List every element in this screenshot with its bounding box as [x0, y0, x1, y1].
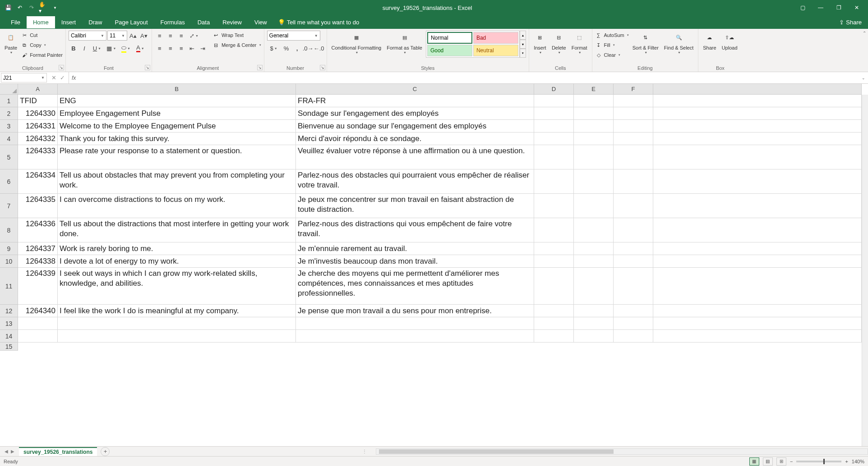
column-header[interactable]: B: [58, 84, 296, 95]
decrease-indent-icon[interactable]: ⇤: [187, 43, 197, 53]
tab-home[interactable]: Home: [27, 16, 55, 28]
clipboard-launcher-icon[interactable]: ↘: [59, 65, 64, 70]
fill-color-button[interactable]: ⬭▼: [119, 43, 133, 53]
paste-button[interactable]: 📋 Paste ▼: [3, 31, 19, 56]
row-header[interactable]: 2: [0, 107, 18, 120]
align-middle-icon[interactable]: ≡: [166, 31, 175, 41]
cell[interactable]: 1264338: [18, 255, 58, 267]
cell[interactable]: [574, 169, 614, 193]
cell[interactable]: 1264339: [18, 268, 58, 304]
cell[interactable]: [614, 169, 653, 193]
cell[interactable]: [58, 317, 296, 329]
cell[interactable]: 1264335: [18, 194, 58, 218]
zoom-slider[interactable]: [796, 461, 841, 462]
orientation-icon[interactable]: ⤢▼: [187, 31, 201, 41]
cell[interactable]: [534, 242, 574, 255]
row-header[interactable]: 14: [0, 330, 18, 343]
cell[interactable]: [534, 305, 574, 317]
bold-button[interactable]: B: [69, 43, 78, 53]
row-header[interactable]: 12: [0, 305, 18, 317]
fx-icon[interactable]: fx: [69, 72, 78, 83]
cell[interactable]: [574, 194, 614, 218]
cell[interactable]: [614, 218, 653, 242]
cell[interactable]: Parlez-nous des distractions qui vous em…: [296, 218, 534, 242]
cell[interactable]: [58, 330, 296, 342]
cell[interactable]: [574, 330, 614, 342]
cell[interactable]: Je m'ennuie rarement au travail.: [296, 242, 534, 255]
select-all-corner[interactable]: [0, 84, 18, 95]
cell[interactable]: [574, 145, 614, 169]
cell[interactable]: [614, 242, 653, 255]
cell[interactable]: Tell us about obstacles that may prevent…: [58, 169, 296, 193]
cell[interactable]: I feel like the work I do is meaningful …: [58, 305, 296, 317]
ribbon-options-icon[interactable]: ▢: [796, 3, 809, 12]
cell-styles-gallery[interactable]: Normal Bad Good Neutral: [426, 31, 520, 58]
decrease-decimal-icon[interactable]: ←.0: [314, 43, 324, 53]
cell[interactable]: Je peux me concentrer sur mon travail en…: [296, 194, 534, 218]
cell[interactable]: 1264340: [18, 305, 58, 317]
tab-file[interactable]: File: [5, 16, 27, 28]
gallery-up-icon[interactable]: ▲: [520, 31, 526, 40]
tab-review[interactable]: Review: [216, 16, 248, 28]
column-header[interactable]: C: [296, 84, 534, 95]
cell[interactable]: [614, 305, 653, 317]
touch-mode-icon[interactable]: ✋▾: [39, 3, 48, 12]
find-select-button[interactable]: 🔍Find & Select▼: [662, 31, 695, 56]
cell[interactable]: 1264332: [18, 132, 58, 145]
cell[interactable]: [574, 95, 614, 107]
box-upload-button[interactable]: ⇧☁Upload: [720, 31, 739, 52]
cell[interactable]: [574, 317, 614, 329]
tell-me-search[interactable]: 💡 Tell me what you want to do: [278, 19, 359, 26]
box-share-button[interactable]: ☁Share: [701, 31, 718, 52]
undo-icon[interactable]: ↶: [15, 3, 24, 12]
cell[interactable]: I seek out ways in which I can grow my w…: [58, 268, 296, 304]
cell[interactable]: [614, 194, 653, 218]
font-name-combo[interactable]: Calibri▼: [69, 31, 106, 41]
tab-data[interactable]: Data: [191, 16, 216, 28]
sheet-tab-active[interactable]: survey_19526_translations: [19, 447, 97, 456]
cell[interactable]: 1264337: [18, 242, 58, 255]
cell[interactable]: Tell us about the distractions that most…: [58, 218, 296, 242]
name-box[interactable]: J21▼: [1, 73, 47, 82]
style-good[interactable]: Good: [427, 45, 472, 56]
cell[interactable]: [296, 330, 534, 342]
cell[interactable]: [534, 120, 574, 132]
cell[interactable]: Je pense que mon travail a du sens pour …: [296, 305, 534, 317]
format-as-table-button[interactable]: ▤Format as Table▼: [385, 31, 424, 56]
cell[interactable]: [574, 268, 614, 304]
insert-cells-button[interactable]: ⊞Insert▼: [532, 31, 548, 56]
style-bad[interactable]: Bad: [473, 32, 518, 44]
zoom-level[interactable]: 140%: [852, 459, 864, 464]
add-sheet-button[interactable]: +: [101, 447, 110, 456]
cell[interactable]: [614, 95, 653, 107]
accounting-format-icon[interactable]: $▼: [267, 43, 281, 53]
cell[interactable]: Parlez-nous des obstacles qui pourraient…: [296, 169, 534, 193]
formula-input[interactable]: [78, 72, 859, 83]
zoom-out-icon[interactable]: −: [790, 459, 793, 464]
italic-button[interactable]: I: [79, 43, 89, 53]
enter-formula-icon[interactable]: ✓: [60, 74, 65, 81]
qat-customize-icon[interactable]: ▼: [51, 3, 60, 12]
tab-formulas[interactable]: Formulas: [154, 16, 191, 28]
row-header[interactable]: 8: [0, 218, 18, 242]
restore-icon[interactable]: ❐: [832, 3, 845, 12]
cell[interactable]: [574, 255, 614, 267]
cell[interactable]: 1264336: [18, 218, 58, 242]
sheet-nav-next-icon[interactable]: ▶: [11, 449, 14, 454]
sheet-nav-prev-icon[interactable]: ◀: [5, 449, 8, 454]
tab-insert[interactable]: Insert: [55, 16, 83, 28]
row-header[interactable]: 7: [0, 194, 18, 218]
increase-font-icon[interactable]: A▴: [128, 31, 138, 41]
cell[interactable]: [534, 169, 574, 193]
cell[interactable]: [614, 132, 653, 145]
cell[interactable]: 1264331: [18, 120, 58, 132]
cell[interactable]: [614, 255, 653, 267]
cell[interactable]: Welcome to the Employee Engagement Pulse: [58, 120, 296, 132]
number-format-combo[interactable]: General▼: [267, 31, 320, 41]
cut-button[interactable]: ✂Cut: [21, 31, 63, 40]
row-header[interactable]: 1: [0, 95, 18, 107]
format-painter-button[interactable]: 🖌Format Painter: [21, 50, 63, 59]
cell[interactable]: [614, 330, 653, 342]
collapse-ribbon-icon[interactable]: ⌃: [861, 29, 868, 72]
autosum-button[interactable]: ∑AutoSum▾: [595, 31, 629, 40]
